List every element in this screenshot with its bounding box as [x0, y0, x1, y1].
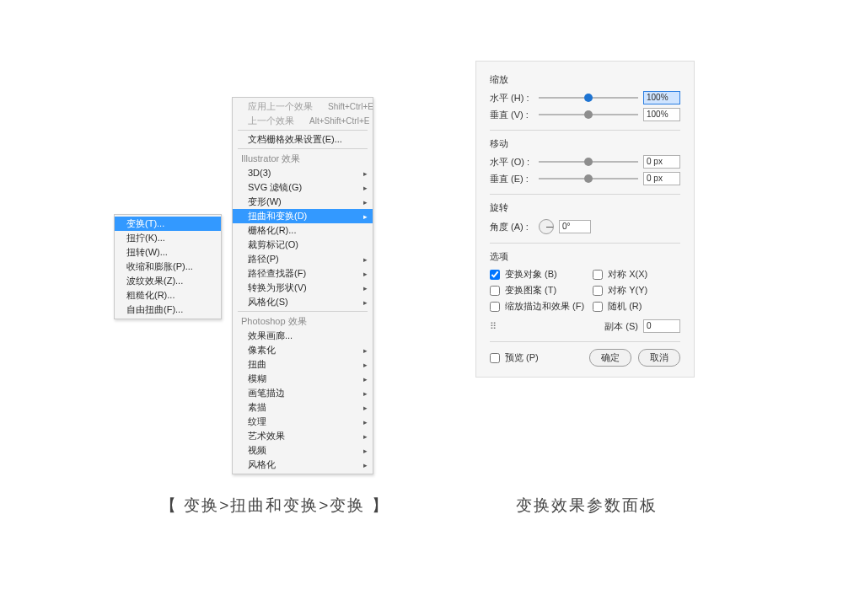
shortcut: Alt+Shift+Ctrl+E [309, 115, 369, 127]
move-v-slider[interactable] [539, 178, 638, 179]
angle-dial[interactable] [539, 219, 554, 234]
shortcut: Shift+Ctrl+E [328, 100, 373, 113]
separator [490, 243, 680, 244]
menu-item-artistic[interactable]: 艺术效果▸ [233, 429, 373, 443]
rotate-label: 角度 (A) : [490, 221, 534, 233]
menu-item-roughen[interactable]: 粗糙化(R)... [115, 288, 221, 303]
transform-submenu[interactable]: 变换(T)... 扭拧(K)... 扭转(W)... 收缩和膨胀(P)... 波… [114, 214, 222, 319]
chevron-right-icon: ▸ [363, 430, 368, 442]
scale-h-value[interactable]: 100% [643, 91, 680, 104]
section-photoshop: Photoshop 效果 [233, 313, 373, 329]
menu-item-doc-raster[interactable]: 文档栅格效果设置(E)... [233, 132, 373, 147]
move-h-slider[interactable] [539, 161, 638, 163]
caption-right: 变换效果参数面板 [516, 495, 658, 517]
caption-left: 【 变换>扭曲和变换>变换 】 [160, 495, 389, 517]
menu-item-sketch[interactable]: 素描▸ [233, 400, 373, 415]
menu-item-svg-filters[interactable]: SVG 滤镜(G)▸ [233, 180, 373, 195]
cb-scale-strokes[interactable]: 缩放描边和效果 (F) [490, 300, 584, 313]
chevron-right-icon: ▸ [363, 281, 368, 294]
scale-header: 缩放 [490, 73, 680, 86]
effects-menu[interactable]: 应用上一个效果 Shift+Ctrl+E 上一个效果 Alt+Shift+Ctr… [232, 97, 373, 474]
menu-item-pixelate[interactable]: 像素化▸ [233, 343, 373, 357]
rotate-header: 旋转 [490, 201, 680, 214]
section-illustrator: Illustrator 效果 [233, 151, 373, 166]
cb-transform-patterns[interactable]: 变换图案 (T) [490, 284, 584, 297]
menu-item-twist[interactable]: 扭拧(K)... [115, 231, 221, 245]
scale-h-slider[interactable] [539, 97, 638, 99]
chevron-right-icon: ▸ [363, 444, 368, 457]
label: 应用上一个效果 [248, 100, 313, 113]
scale-h-label: 水平 (H) : [490, 92, 534, 104]
chevron-right-icon: ▸ [363, 458, 368, 471]
transform-effect-dialog: 缩放 水平 (H) : 100% 垂直 (V) : 100% 移动 水平 (O)… [475, 61, 695, 378]
menu-item-pucker-bloat[interactable]: 收缩和膨胀(P)... [115, 260, 221, 274]
menu-item-distort-transform[interactable]: 扭曲和变换(D)▸ [233, 209, 373, 223]
menu-item-last-effect: 上一个效果 Alt+Shift+Ctrl+E [233, 114, 373, 128]
scale-v-slider[interactable] [539, 114, 638, 115]
anchor-grid-icon[interactable]: ⠿ [490, 321, 498, 332]
chevron-right-icon: ▸ [363, 210, 368, 222]
ok-button[interactable]: 确定 [589, 349, 631, 367]
chevron-right-icon: ▸ [363, 167, 368, 179]
menu-item-brush-strokes[interactable]: 画笔描边▸ [233, 386, 373, 400]
chevron-right-icon: ▸ [363, 196, 368, 208]
separator [490, 194, 680, 195]
separator [490, 130, 680, 131]
cb-random[interactable]: 随机 (R) [593, 300, 680, 313]
chevron-right-icon: ▸ [363, 267, 368, 280]
menu-item-stylize-ps[interactable]: 风格化▸ [233, 458, 373, 472]
scale-v-label: 垂直 (V) : [490, 109, 534, 121]
move-v-value[interactable]: 0 px [643, 172, 680, 185]
cancel-button[interactable]: 取消 [638, 349, 680, 367]
menu-item-blur[interactable]: 模糊▸ [233, 372, 373, 386]
chevron-right-icon: ▸ [363, 358, 368, 371]
menu-item-stylize-ill[interactable]: 风格化(S)▸ [233, 295, 373, 309]
menu-item-video[interactable]: 视频▸ [233, 443, 373, 458]
menu-item-3d[interactable]: 3D(3)▸ [233, 166, 373, 180]
label: 上一个效果 [248, 115, 294, 127]
chevron-right-icon: ▸ [363, 415, 368, 428]
chevron-right-icon: ▸ [363, 296, 368, 308]
chevron-right-icon: ▸ [363, 372, 368, 385]
menu-item-distort-ps[interactable]: 扭曲▸ [233, 357, 373, 372]
menu-item-warp[interactable]: 变形(W)▸ [233, 195, 373, 209]
chevron-right-icon: ▸ [363, 344, 368, 356]
separator [238, 130, 368, 131]
menu-item-texture[interactable]: 纹理▸ [233, 415, 373, 429]
move-h-label: 水平 (O) : [490, 156, 534, 169]
menu-item-path[interactable]: 路径(P)▸ [233, 252, 373, 266]
cb-reflect-x[interactable]: 对称 X(X) [593, 268, 680, 281]
rotate-value[interactable]: 0° [559, 220, 591, 233]
cb-preview[interactable]: 预览 (P) [490, 351, 539, 364]
chevron-right-icon: ▸ [363, 401, 368, 414]
menu-item-pathfinder[interactable]: 路径查找器(F)▸ [233, 266, 373, 281]
menu-item-apply-last: 应用上一个效果 Shift+Ctrl+E [233, 99, 373, 114]
menu-item-convert-shape[interactable]: 转换为形状(V)▸ [233, 281, 373, 295]
scale-v-value[interactable]: 100% [643, 108, 680, 121]
menu-item-effect-gallery[interactable]: 效果画廊... [233, 329, 373, 343]
separator [238, 148, 368, 149]
move-v-label: 垂直 (E) : [490, 173, 534, 185]
copies-value[interactable]: 0 [643, 319, 680, 333]
chevron-right-icon: ▸ [363, 253, 368, 265]
menu-item-crop-marks[interactable]: 裁剪标记(O) [233, 238, 373, 252]
menu-item-twirl[interactable]: 扭转(W)... [115, 245, 221, 260]
rotate-group: 旋转 角度 (A) : 0° [490, 201, 680, 234]
menu-item-free-distort[interactable]: 自由扭曲(F)... [115, 303, 221, 317]
chevron-right-icon: ▸ [363, 181, 368, 194]
move-group: 移动 水平 (O) : 0 px 垂直 (E) : 0 px [490, 137, 680, 185]
cb-transform-objects[interactable]: 变换对象 (B) [490, 268, 584, 281]
scale-group: 缩放 水平 (H) : 100% 垂直 (V) : 100% [490, 73, 680, 121]
menu-item-rasterize[interactable]: 栅格化(R)... [233, 223, 373, 238]
copies-label: 副本 (S) [604, 320, 638, 333]
move-h-value[interactable]: 0 px [643, 155, 680, 169]
chevron-right-icon: ▸ [363, 387, 368, 399]
move-header: 移动 [490, 137, 680, 150]
options-group: 选项 变换对象 (B) 对称 X(X) 变换图案 (T) 对称 Y(Y) 缩放描… [490, 250, 680, 333]
separator [238, 311, 368, 312]
cb-reflect-y[interactable]: 对称 Y(Y) [593, 284, 680, 297]
menu-item-zigzag[interactable]: 波纹效果(Z)... [115, 274, 221, 288]
menu-item-transform[interactable]: 变换(T)... [115, 217, 221, 231]
options-header: 选项 [490, 250, 680, 263]
